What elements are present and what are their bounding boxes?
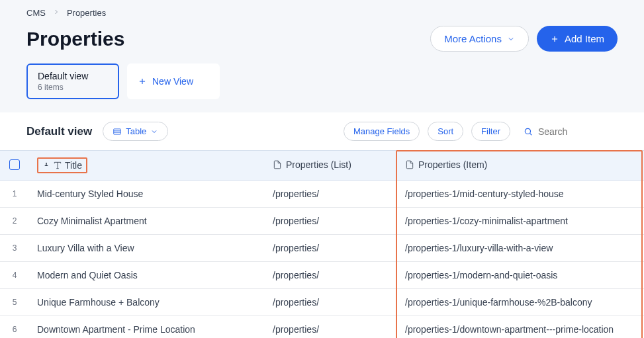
page-title: Properties [26, 28, 124, 50]
plus-icon [138, 77, 147, 86]
table-row[interactable]: 4Modern and Quiet Oasis/properties//prop… [0, 262, 644, 289]
table-row[interactable]: 2Cozy Minimalist Apartment/properties//p… [0, 208, 644, 235]
cell-list-path[interactable]: /properties/ [265, 316, 397, 339]
table-row[interactable]: 3Luxury Villa with a View/properties//pr… [0, 235, 644, 262]
manage-fields-button[interactable]: Manage Fields [344, 122, 420, 141]
table-icon [113, 127, 122, 136]
table-row[interactable]: 5Unique Farmhouse + Balcony/properties//… [0, 289, 644, 316]
view-card-count: 6 items [38, 83, 108, 92]
search-icon [524, 127, 533, 136]
chevron-right-icon [52, 8, 60, 18]
cell-item-path[interactable]: /properties-1/luxury-villa-with-a-view [397, 235, 644, 262]
breadcrumb-root[interactable]: CMS [26, 8, 46, 18]
select-all-header[interactable] [0, 151, 29, 181]
page-link-icon [273, 160, 282, 169]
chevron-down-icon [507, 35, 515, 43]
chevron-down-icon [150, 128, 158, 136]
row-number: 4 [0, 262, 29, 289]
cell-title[interactable]: Mid-century Styled House [29, 181, 265, 208]
pin-icon [42, 161, 50, 169]
cell-item-path[interactable]: /properties-1/unique-farmhouse-%2B-balco… [397, 289, 644, 316]
cell-title[interactable]: Downtown Apartment - Prime Location [29, 316, 265, 339]
sort-button[interactable]: Sort [428, 122, 463, 141]
table-row[interactable]: 6Downtown Apartment - Prime Location/pro… [0, 316, 644, 339]
search-input[interactable] [538, 126, 618, 137]
filter-button[interactable]: Filter [471, 122, 510, 141]
cell-list-path[interactable]: /properties/ [265, 262, 397, 289]
cell-list-path[interactable]: /properties/ [265, 181, 397, 208]
add-item-button[interactable]: Add Item [537, 26, 618, 52]
cell-list-path[interactable]: /properties/ [265, 235, 397, 262]
view-mode-selector[interactable]: Table [103, 122, 168, 141]
svg-point-7 [525, 128, 530, 134]
text-type-icon [53, 161, 62, 170]
breadcrumb-current: Properties [67, 8, 106, 18]
data-table: Title Properties (List) Properties (Item… [0, 150, 644, 338]
cell-item-path[interactable]: /properties-1/modern-and-quiet-oasis [397, 262, 644, 289]
row-number: 3 [0, 235, 29, 262]
breadcrumb: CMS Properties [26, 5, 618, 26]
cell-title[interactable]: Modern and Quiet Oasis [29, 262, 265, 289]
checkbox-icon[interactable] [9, 159, 20, 170]
table-row[interactable]: 1Mid-century Styled House/properties//pr… [0, 181, 644, 208]
row-number: 6 [0, 316, 29, 339]
column-header-list[interactable]: Properties (List) [265, 151, 397, 181]
new-view-button[interactable]: New View [127, 63, 220, 99]
view-card-default[interactable]: Default view 6 items [26, 63, 119, 99]
search-input-wrap[interactable] [518, 126, 618, 137]
svg-line-8 [530, 133, 532, 135]
cell-list-path[interactable]: /properties/ [265, 208, 397, 235]
row-number: 2 [0, 208, 29, 235]
active-view-title: Default view [26, 125, 92, 138]
column-header-item[interactable]: Properties (Item) [397, 151, 644, 181]
more-actions-button[interactable]: More Actions [430, 26, 529, 52]
page-link-icon [405, 160, 414, 169]
svg-rect-4 [114, 128, 121, 134]
cell-item-path[interactable]: /properties-1/cozy-minimalist-apartment [397, 208, 644, 235]
view-card-title: Default view [38, 71, 108, 81]
column-header-title[interactable]: Title [29, 151, 265, 181]
cell-list-path[interactable]: /properties/ [265, 289, 397, 316]
cell-title[interactable]: Cozy Minimalist Apartment [29, 208, 265, 235]
cell-title[interactable]: Luxury Villa with a View [29, 235, 265, 262]
cell-item-path[interactable]: /properties-1/mid-century-styled-house [397, 181, 644, 208]
plus-icon [550, 34, 559, 44]
cell-item-path[interactable]: /properties-1/downtown-apartment---prime… [397, 316, 644, 339]
cell-title[interactable]: Unique Farmhouse + Balcony [29, 289, 265, 316]
row-number: 1 [0, 181, 29, 208]
row-number: 5 [0, 289, 29, 316]
